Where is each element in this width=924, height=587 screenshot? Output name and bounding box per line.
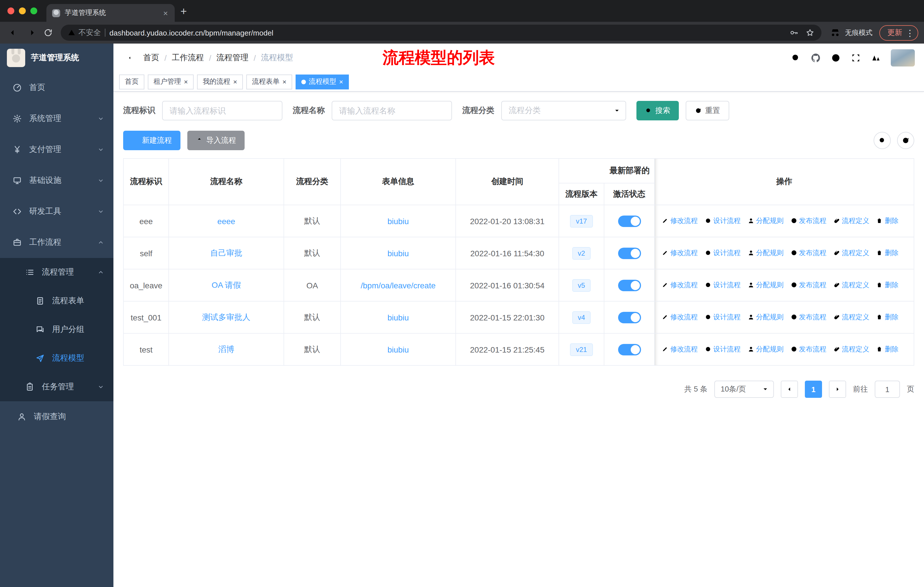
password-key-icon[interactable] <box>789 28 799 37</box>
active-toggle[interactable] <box>618 344 641 355</box>
publish-process-link[interactable]: 发布流程 <box>790 216 826 226</box>
window-minimize-button[interactable] <box>19 7 26 14</box>
assign-rule-link[interactable]: 分配规则 <box>747 344 784 354</box>
close-icon[interactable]: × <box>339 78 343 85</box>
publish-process-link[interactable]: 发布流程 <box>790 248 826 258</box>
help-button[interactable] <box>831 53 841 63</box>
delete-link[interactable]: 删除 <box>876 216 899 226</box>
publish-process-link[interactable]: 发布流程 <box>790 280 826 290</box>
assign-rule-link[interactable]: 分配规则 <box>747 216 784 226</box>
refresh-table-button[interactable] <box>897 132 914 149</box>
back-button[interactable] <box>6 25 22 41</box>
toggle-search-button[interactable] <box>874 132 891 149</box>
window-zoom-button[interactable] <box>30 7 37 14</box>
assign-rule-link[interactable]: 分配规则 <box>747 248 784 258</box>
sidebar-item-leave-query[interactable]: 请假查询 <box>0 401 114 432</box>
tag-home[interactable]: 首页 <box>119 74 144 89</box>
active-toggle[interactable] <box>618 247 641 259</box>
menu-dots-icon[interactable]: ⋮ <box>906 28 914 37</box>
sidebar-item-task-management[interactable]: 任务管理 <box>0 373 114 401</box>
tag-my-process[interactable]: 我的流程 × <box>197 74 243 89</box>
process-name-link[interactable]: 滔博 <box>218 344 234 354</box>
tag-tenant[interactable]: 租户管理 × <box>148 74 194 89</box>
process-definition-link[interactable]: 流程定义 <box>833 248 869 258</box>
process-name-link[interactable]: OA 请假 <box>212 280 241 289</box>
sidebar-item-devtools[interactable]: 研发工具 <box>0 196 114 227</box>
import-process-button[interactable]: 导入流程 <box>187 131 244 150</box>
close-icon[interactable]: × <box>184 78 188 85</box>
close-icon[interactable]: × <box>282 78 286 85</box>
reload-button[interactable] <box>40 25 56 41</box>
design-process-link[interactable]: 设计流程 <box>705 216 741 226</box>
active-toggle[interactable] <box>618 215 641 227</box>
prev-page-button[interactable] <box>781 380 798 398</box>
reset-button[interactable]: 重置 <box>686 101 729 121</box>
sidebar-item-system[interactable]: 系统管理 <box>0 103 114 134</box>
category-select[interactable]: 流程分类 <box>501 101 626 121</box>
delete-link[interactable]: 删除 <box>876 344 899 354</box>
close-icon[interactable]: × <box>233 78 237 85</box>
process-definition-link[interactable]: 流程定义 <box>833 344 869 354</box>
sidebar-item-payment[interactable]: 支付管理 <box>0 134 114 165</box>
sidebar-item-workflow[interactable]: 工作流程 <box>0 227 114 258</box>
forward-button[interactable] <box>23 25 39 41</box>
active-toggle[interactable] <box>618 279 641 291</box>
browser-update-button[interactable]: 更新 ⋮ <box>879 25 918 40</box>
process-name-input[interactable] <box>332 101 452 121</box>
breadcrumb-item[interactable]: 首页 <box>143 53 159 63</box>
modify-process-link[interactable]: 修改流程 <box>662 313 698 322</box>
process-definition-link[interactable]: 流程定义 <box>833 216 869 226</box>
form-info-link[interactable]: biubiu <box>388 313 409 322</box>
modify-process-link[interactable]: 修改流程 <box>662 280 698 290</box>
design-process-link[interactable]: 设计流程 <box>705 280 741 290</box>
form-info-link[interactable]: /bpm/oa/leave/create <box>361 281 436 290</box>
modify-process-link[interactable]: 修改流程 <box>662 344 698 354</box>
design-process-link[interactable]: 设计流程 <box>705 248 741 258</box>
delete-link[interactable]: 删除 <box>876 248 899 258</box>
process-name-link[interactable]: 自己审批 <box>210 248 242 257</box>
active-toggle[interactable] <box>618 312 641 323</box>
address-bar[interactable]: 不安全 dashboard.yudao.iocoder.cn/bpm/manag… <box>61 25 822 41</box>
current-page-button[interactable]: 1 <box>805 380 822 398</box>
browser-tab[interactable]: 芋道管理系统 × <box>46 4 175 22</box>
goto-page-input[interactable] <box>875 380 900 398</box>
publish-process-link[interactable]: 发布流程 <box>790 313 826 322</box>
bookmark-star-icon[interactable] <box>805 28 815 37</box>
font-size-button[interactable] <box>871 53 881 63</box>
publish-process-link[interactable]: 发布流程 <box>790 344 826 354</box>
sidebar-item-home[interactable]: 首页 <box>0 72 114 103</box>
process-name-link[interactable]: eeee <box>218 217 235 226</box>
process-definition-link[interactable]: 流程定义 <box>833 313 869 322</box>
design-process-link[interactable]: 设计流程 <box>705 344 741 354</box>
window-close-button[interactable] <box>7 7 14 14</box>
create-process-button[interactable]: 新建流程 <box>123 131 180 150</box>
fullscreen-button[interactable] <box>851 53 861 63</box>
header-search-button[interactable] <box>790 53 801 63</box>
process-name-link[interactable]: 测试多审批人 <box>202 312 250 321</box>
security-indicator[interactable]: 不安全 <box>68 28 101 38</box>
tag-process-model[interactable]: 流程模型 × <box>295 74 349 89</box>
sidebar-item-process-form[interactable]: 流程表单 <box>0 287 114 315</box>
delete-link[interactable]: 删除 <box>876 280 899 290</box>
form-info-link[interactable]: biubiu <box>388 248 409 258</box>
process-key-input[interactable] <box>162 101 282 121</box>
collapse-sidebar-button[interactable] <box>121 52 133 64</box>
modify-process-link[interactable]: 修改流程 <box>662 248 698 258</box>
page-size-select[interactable]: 10条/页 <box>714 380 774 398</box>
sidebar-item-user-group[interactable]: 用户分组 <box>0 315 114 344</box>
sidebar-item-process-model[interactable]: 流程模型 <box>0 344 114 373</box>
tag-process-form[interactable]: 流程表单 × <box>246 74 292 89</box>
form-info-link[interactable]: biubiu <box>388 345 409 354</box>
user-avatar[interactable] <box>891 49 915 66</box>
form-info-link[interactable]: biubiu <box>388 217 409 226</box>
delete-link[interactable]: 删除 <box>876 313 899 322</box>
modify-process-link[interactable]: 修改流程 <box>662 216 698 226</box>
tab-close-icon[interactable]: × <box>162 9 169 17</box>
sidebar-item-infrastructure[interactable]: 基础设施 <box>0 165 114 196</box>
search-button[interactable]: 搜索 <box>637 101 679 121</box>
breadcrumb-item[interactable]: 工作流程 <box>172 53 204 63</box>
design-process-link[interactable]: 设计流程 <box>705 313 741 322</box>
sidebar-item-process-management[interactable]: 流程管理 <box>0 258 114 287</box>
breadcrumb-item[interactable]: 流程管理 <box>216 53 249 63</box>
assign-rule-link[interactable]: 分配规则 <box>747 313 784 322</box>
